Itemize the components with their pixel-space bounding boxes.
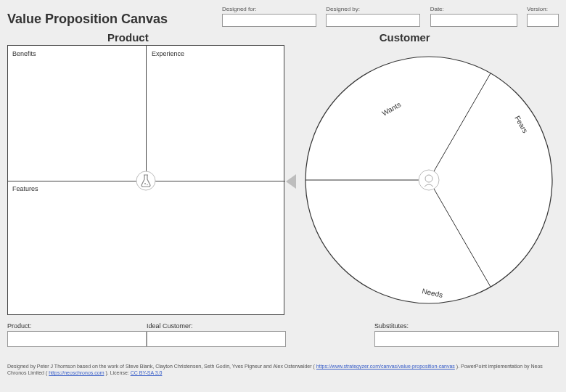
version-input[interactable] — [527, 14, 559, 27]
bottom-ideal-input[interactable] — [147, 331, 286, 347]
product-section-title: Product — [107, 31, 149, 44]
svg-point-1 — [144, 183, 146, 184]
footer-link-license[interactable]: CC BY-SA 3.0 — [131, 370, 163, 375]
header-bar: Value Proposition Canvas Designed for: D… — [7, 6, 559, 27]
field-version: Version: — [527, 6, 559, 27]
product-divider-vertical — [146, 46, 147, 181]
version-label: Version: — [527, 6, 559, 12]
page-title: Value Proposition Canvas — [7, 7, 218, 27]
canvas: Benefits Experience Features — [7, 45, 559, 315]
experience-label: Experience — [152, 50, 184, 57]
footer-link-neos[interactable]: https://neoschronos.com — [49, 370, 104, 375]
footer-text-a: Designed by Peter J Thomson based on the… — [7, 364, 315, 369]
field-designed-by: Designed by: — [326, 6, 420, 27]
bottom-substitutes: Substitutes: — [374, 322, 559, 347]
field-date: Date: — [430, 6, 517, 27]
svg-point-0 — [136, 171, 155, 190]
designed-by-label: Designed by: — [326, 6, 420, 12]
footer-link-strategyzer[interactable]: https://www.strategyzer.com/canvas/value… — [316, 364, 455, 369]
svg-point-2 — [147, 184, 147, 185]
footer-text-c: ). License: — [105, 370, 130, 375]
features-label: Features — [12, 185, 38, 192]
benefits-label: Benefits — [12, 50, 36, 57]
beaker-icon — [136, 171, 156, 191]
bottom-substitutes-label: Substitutes: — [374, 322, 559, 330]
date-label: Date: — [430, 6, 517, 12]
designed-by-input[interactable] — [326, 14, 420, 27]
bottom-product: Product: — [7, 322, 147, 347]
customer-circle: Wants Fears Needs — [299, 41, 559, 319]
footer-credit: Designed by Peter J Thomson based on the… — [7, 363, 559, 377]
bottom-product-input[interactable] — [7, 331, 147, 347]
arrow-icon — [286, 174, 296, 189]
bottom-ideal-label: Ideal Customer: — [147, 322, 286, 330]
bottom-product-label: Product: — [7, 322, 147, 330]
designed-for-input[interactable] — [222, 14, 316, 27]
designed-for-label: Designed for: — [222, 6, 316, 12]
date-input[interactable] — [430, 14, 517, 27]
bottom-substitutes-input[interactable] — [374, 331, 559, 347]
field-designed-for: Designed for: — [222, 6, 316, 27]
bottom-row: Product: Ideal Customer: Substitutes: — [7, 322, 559, 347]
bottom-ideal-customer: Ideal Customer: — [147, 322, 286, 347]
svg-point-7 — [419, 170, 439, 190]
product-box: Benefits Experience Features — [7, 45, 284, 315]
